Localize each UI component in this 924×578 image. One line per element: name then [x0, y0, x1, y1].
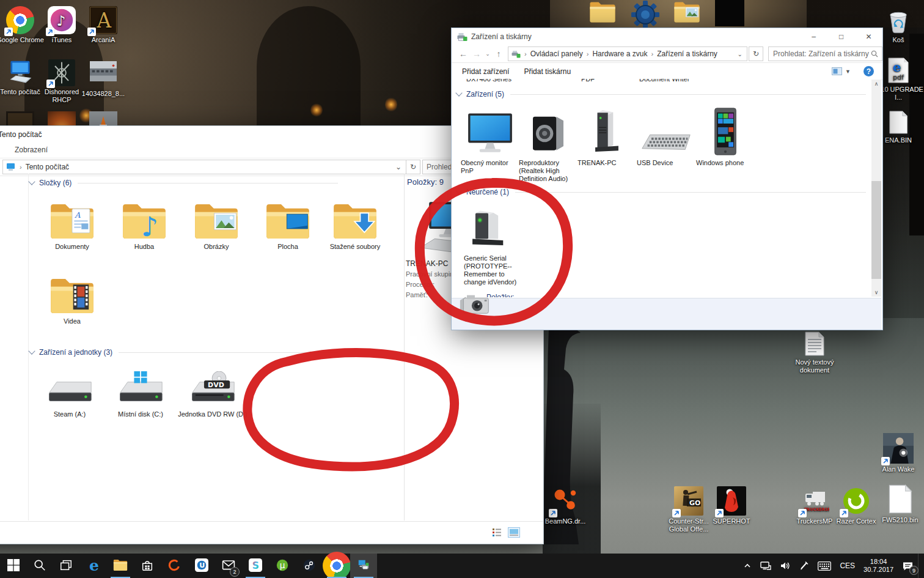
- detail-field: Paměť:: [406, 291, 428, 298]
- taskbar-uplay-button[interactable]: U: [188, 554, 215, 578]
- close-button[interactable]: ✕: [855, 28, 882, 45]
- icon-binfile-icon: [886, 110, 911, 135]
- add-printer-button[interactable]: Přidat tiskárnu: [524, 67, 571, 76]
- taskbar-edge-button[interactable]: e: [81, 554, 108, 578]
- back-button[interactable]: ←: [457, 49, 470, 59]
- taskbar-chrome-button[interactable]: [323, 554, 350, 578]
- tab-view[interactable]: Zobrazení: [15, 146, 48, 154]
- taskview-icon: [59, 558, 73, 574]
- add-device-button[interactable]: Přidat zařízení: [462, 67, 509, 76]
- device-item-reproduktory[interactable]: Reproduktory (Realtek High Definition Au…: [519, 103, 578, 183]
- address-dropdown-icon[interactable]: ⌄: [738, 51, 747, 57]
- desktop-icon-alanwake[interactable]: Alan Wake: [871, 433, 924, 473]
- chevron-down-icon[interactable]: [28, 347, 35, 354]
- clipped-printer-label: Document Writer: [639, 79, 725, 84]
- forward-button[interactable]: →: [470, 49, 483, 59]
- taskbar-taskview-button[interactable]: [53, 554, 79, 578]
- details-view-icon[interactable]: [492, 528, 502, 537]
- system-tray: CES 18:0430.7.2017 9: [739, 554, 922, 578]
- drive-item-m-stn-disk-c[interactable]: Místní disk (C:): [106, 369, 175, 418]
- folder-item-videa[interactable]: Videa: [38, 265, 106, 325]
- crumb-control-panel[interactable]: Ovládací panely: [530, 50, 583, 58]
- network-icon[interactable]: [756, 554, 776, 578]
- taskbar-slack-button[interactable]: S: [242, 554, 269, 578]
- taskbar-store-button[interactable]: [134, 554, 161, 578]
- folder-item-sta-en-soubory[interactable]: Stažené soubory: [321, 191, 389, 251]
- drive-item-steam-a[interactable]: Steam (A:): [35, 369, 105, 418]
- desktop-icon-photo[interactable]: 14034828_8...: [76, 61, 131, 98]
- desktop-icon-folder-plain[interactable]: [588, 0, 617, 27]
- desktop-icon-binfile[interactable]: FW5210.bin: [873, 484, 924, 524]
- dp-unspecified-section-title: Neurčené (1): [466, 188, 509, 196]
- folder-item-obr-zky[interactable]: Obrázky: [183, 191, 250, 251]
- refresh-button[interactable]: ↻: [406, 160, 420, 174]
- chevron-down-icon[interactable]: [455, 187, 462, 194]
- touch-keyboard-icon[interactable]: [813, 554, 835, 578]
- device-label: Generic Serial (PROTOTYPE--Remember to c…: [464, 254, 526, 286]
- crumb-hardware-sound[interactable]: Hardware a zvuk: [592, 50, 647, 58]
- desktop-icon-blacktile[interactable]: [715, 0, 744, 27]
- taskbar-utorrent-button[interactable]: µ: [269, 554, 296, 578]
- volume-icon[interactable]: [776, 554, 795, 578]
- taskbar-search-button[interactable]: [26, 554, 53, 578]
- device-item-obecn[interactable]: Obecný monitor PnP: [461, 103, 519, 175]
- windows-ink-icon[interactable]: [795, 554, 813, 578]
- drive-item-jednotka-dvd-rw-d[interactable]: DVDJednotka DVD RW (D:): [178, 369, 248, 418]
- device-item-trenak-pc[interactable]: TRENAK-PC: [578, 103, 636, 167]
- taskbar-start-button[interactable]: [0, 554, 27, 578]
- computer-name: TRENAK-PC: [406, 259, 448, 268]
- taskbar-devices-window-button[interactable]: [350, 554, 377, 578]
- dp-titlebar[interactable]: Zařízení a tiskárny – □ ✕: [452, 28, 882, 45]
- maximize-button[interactable]: □: [827, 28, 855, 45]
- view-options-icon[interactable]: [832, 67, 842, 75]
- up-button[interactable]: ↑: [492, 49, 505, 59]
- taskbar-origin-button[interactable]: [161, 554, 188, 578]
- dp-scrollbar-thumb[interactable]: [871, 181, 881, 279]
- desktop-icon-textfile[interactable]: Nový textový dokument: [787, 331, 842, 374]
- address-dropdown-icon[interactable]: ⌄: [395, 163, 406, 171]
- candle-glow: [310, 103, 323, 117]
- view-options-dropdown-icon[interactable]: ▼: [845, 69, 851, 75]
- taskbar-mail-button[interactable]: 2: [215, 554, 242, 578]
- dp-address-bar[interactable]: › Ovládací panely › Hardware a zvuk › Za…: [508, 46, 747, 61]
- dp-search-box[interactable]: Prohledat: Zařízení a tiskárny: [768, 46, 882, 61]
- folders-section-header[interactable]: Složky (6): [29, 179, 338, 187]
- dp-unspecified-section-header[interactable]: Neurčené (1): [457, 188, 866, 196]
- minimize-button[interactable]: –: [800, 28, 827, 45]
- action-center-icon[interactable]: 9: [898, 554, 918, 578]
- clock[interactable]: 18:0430.7.2017: [859, 554, 898, 578]
- desktop-icon-beamng[interactable]: BeamNG.dr...: [538, 486, 593, 525]
- show-desktop-button[interactable]: [918, 554, 922, 578]
- device-item-generic-serial[interactable]: Generic Serial (PROTOTYPE--Remember to c…: [464, 201, 527, 286]
- desktop-icon-superhot[interactable]: SUPERHOT: [704, 486, 759, 525]
- folder-item-plocha[interactable]: Plocha: [254, 191, 321, 251]
- taskbar-steam-button[interactable]: [296, 554, 323, 578]
- chevron-down-icon[interactable]: [455, 89, 462, 96]
- folder-item-hudba[interactable]: ♪Hudba: [111, 191, 178, 251]
- explorer-address-bar[interactable]: › Tento počítač ⌄: [2, 160, 407, 174]
- devices-printers-icon: [457, 32, 468, 42]
- dp-refresh-button[interactable]: ↻: [749, 46, 763, 61]
- desktop-icon-arcania[interactable]: AArcaniA: [76, 6, 131, 44]
- scroll-down-icon[interactable]: ∨: [871, 289, 881, 295]
- icon-beamng-icon: [551, 486, 580, 516]
- folder-item-dokumenty[interactable]: ADokumenty: [38, 191, 106, 251]
- nav-history-icon[interactable]: ⌄: [483, 51, 492, 57]
- device-item-windows[interactable]: Windows phone: [696, 103, 755, 167]
- desktop-icon-cheatengine[interactable]: [631, 0, 660, 27]
- dp-scrollbar[interactable]: ∧ ∨: [871, 80, 881, 297]
- taskbar-explorer-button[interactable]: [107, 554, 134, 578]
- chevron-down-icon[interactable]: [28, 178, 35, 185]
- crumb-devices-printers[interactable]: Zařízení a tiskárny: [657, 50, 717, 58]
- dp-devices-section-header[interactable]: Zařízení (5): [457, 90, 866, 98]
- desktop-icon-folder-pic[interactable]: [672, 0, 702, 27]
- help-icon[interactable]: ?: [864, 66, 874, 76]
- explorer-title: Tento počítač: [0, 130, 42, 139]
- drives-section-header[interactable]: Zařízení a jednotky (3): [29, 348, 338, 357]
- scroll-up-icon[interactable]: ∧: [871, 81, 881, 87]
- tray-chevron-icon[interactable]: [739, 554, 756, 578]
- thumbnail-view-icon[interactable]: [508, 527, 520, 538]
- language-indicator[interactable]: CES: [835, 554, 859, 578]
- shortcut-arrow-icon: [4, 28, 13, 36]
- device-item-usb[interactable]: USB Device: [637, 103, 695, 167]
